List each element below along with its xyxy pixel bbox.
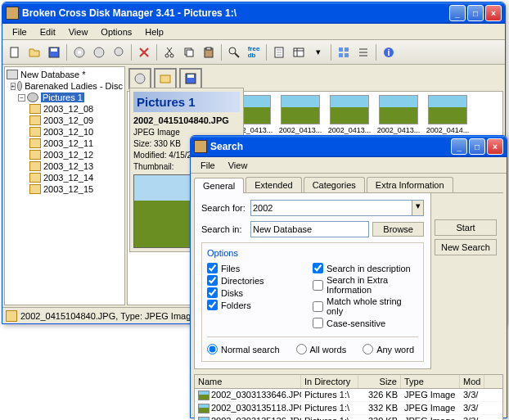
search-close-button[interactable]: × [487, 138, 503, 155]
maximize-button[interactable]: □ [467, 5, 484, 21]
thumbnail-item[interactable]: 2002_0414... [426, 95, 470, 141]
tree-disk-label[interactable]: Barenaked Ladies - Disc [25, 81, 123, 91]
col-modified[interactable]: Mod [460, 375, 484, 388]
thumbnail-item[interactable]: 2002_0413... [327, 95, 372, 141]
info-filename: 2002_0415104840.JPG [133, 115, 229, 125]
result-row[interactable]: 2002_0303135126.JPGPictures 1:\330 KBJPE… [195, 415, 502, 420]
tree-folder-label[interactable]: 2003_12_15 [43, 184, 93, 194]
option-checkbox[interactable] [313, 301, 323, 312]
tb-report-icon[interactable] [270, 43, 288, 61]
tree-folder-label[interactable]: 2003_12_08 [43, 104, 93, 114]
col-size[interactable]: Size [358, 375, 401, 388]
tree-folder-label[interactable]: 2003_12_11 [43, 138, 93, 148]
menu-options[interactable]: Options [94, 25, 138, 38]
browse-button[interactable]: Browse [372, 222, 424, 237]
svg-point-13 [229, 47, 236, 54]
col-type[interactable]: Type [401, 375, 460, 388]
scan-disk-button[interactable] [128, 68, 151, 89]
menu-edit[interactable]: Edit [34, 25, 62, 38]
results-list[interactable]: Name In Directory Size Type Mod 2002_030… [194, 374, 503, 420]
start-button[interactable]: Start [435, 219, 497, 236]
save-db-button[interactable] [179, 68, 202, 89]
tb-disk-folder-icon[interactable] [110, 43, 128, 61]
search-for-input[interactable] [250, 200, 412, 216]
search-mode-radio[interactable] [207, 344, 218, 355]
tb-chart-icon[interactable]: ▾ [309, 43, 327, 61]
search-titlebar[interactable]: Search _ □ × [191, 136, 507, 157]
tree-expand-icon[interactable]: + [11, 83, 16, 90]
tree-folder-label[interactable]: 2003_12_12 [43, 150, 93, 160]
svg-point-4 [78, 51, 81, 54]
tb-delete-icon[interactable] [135, 43, 153, 61]
tb-new-icon[interactable] [6, 43, 24, 61]
tb-disk-add-icon[interactable] [70, 43, 88, 61]
tree-collapse-icon[interactable]: − [18, 94, 25, 102]
option-checkbox[interactable] [313, 263, 323, 273]
tb-list-icon[interactable] [290, 43, 308, 61]
svg-point-7 [165, 54, 169, 57]
search-menu-view[interactable]: View [222, 159, 254, 172]
tree-root-label[interactable]: New Database * [20, 70, 86, 79]
checkbox-label: Directories [221, 276, 264, 286]
tab-extended[interactable]: Extended [245, 177, 301, 192]
tb-info-icon[interactable]: i [380, 43, 398, 61]
folder-tree[interactable]: New Database * +Barenaked Ladies - Disc … [4, 66, 125, 305]
option-checkbox[interactable] [313, 318, 323, 328]
menu-view[interactable]: View [62, 25, 95, 38]
result-row[interactable]: 2002_0303135118.JPGPictures 1:\332 KBJPE… [195, 402, 502, 415]
result-thumb-icon [198, 417, 209, 420]
col-name[interactable]: Name [195, 375, 301, 388]
search-app-icon [194, 140, 207, 153]
filter-checkbox[interactable] [207, 275, 218, 286]
tree-folder-label[interactable]: 2003_12_13 [43, 161, 93, 171]
svg-rect-2 [51, 48, 57, 52]
tab-extra-info[interactable]: Extra Information [367, 177, 453, 192]
result-thumb-icon [198, 404, 209, 413]
thumbnail-label: 2002_0413... [377, 126, 421, 134]
tb-cut-icon[interactable] [160, 43, 178, 61]
tb-open-icon[interactable] [25, 43, 43, 61]
search-dropdown-icon[interactable]: ▾ [412, 200, 424, 216]
tree-folder-label[interactable]: 2003_12_09 [43, 115, 93, 125]
col-directory[interactable]: In Directory [301, 375, 358, 388]
tree-selected-label[interactable]: Pictures 1 [41, 93, 84, 102]
folder-icon [29, 104, 41, 114]
svg-rect-12 [206, 47, 211, 50]
search-mode-radio[interactable] [296, 344, 307, 355]
minimize-button[interactable]: _ [449, 5, 466, 21]
search-maximize-button[interactable]: □ [469, 138, 485, 155]
tb-copy-icon[interactable] [180, 43, 198, 61]
thumbnail-item[interactable]: 2002_0413... [278, 95, 322, 141]
search-menu-file[interactable]: File [194, 159, 222, 172]
option-checkbox[interactable] [313, 280, 323, 291]
tab-categories[interactable]: Categories [304, 177, 365, 192]
tb-freedb-icon[interactable]: freedb [245, 43, 263, 61]
scan-folder-button[interactable] [154, 68, 177, 89]
new-search-button[interactable]: New Search [435, 239, 497, 255]
search-in-input[interactable] [250, 221, 369, 237]
search-minimize-button[interactable]: _ [451, 138, 467, 155]
search-mode-radio[interactable] [363, 344, 373, 355]
thumbnail-image [330, 95, 369, 124]
filter-checkbox[interactable] [207, 287, 218, 298]
tree-folder-label[interactable]: 2003_12_10 [43, 127, 93, 137]
tree-folder-label[interactable]: 2003_12_14 [43, 173, 93, 183]
menu-file[interactable]: File [6, 25, 34, 38]
menu-help[interactable]: Help [138, 25, 170, 38]
tb-search-icon[interactable] [225, 43, 243, 61]
filter-checkbox[interactable] [207, 300, 218, 310]
checkbox-label: Match whole string only [327, 296, 418, 316]
thumbnail-label: 2002_0413... [279, 126, 322, 134]
tb-paste-icon[interactable] [200, 43, 218, 61]
tb-view-icon[interactable] [335, 43, 353, 61]
main-titlebar[interactable]: Broken Cross Disk Manager 3.41 - Picture… [2, 2, 505, 24]
thumbnail-item[interactable]: 2002_0413... [376, 95, 421, 141]
filter-checkbox[interactable] [207, 263, 218, 273]
tab-general[interactable]: General [194, 178, 244, 193]
tb-save-icon[interactable] [45, 43, 63, 61]
result-row[interactable]: 2002_0303133646.JPGPictures 1:\326 KBJPE… [195, 389, 502, 402]
folder-icon [29, 184, 41, 194]
tb-disk-edit-icon[interactable] [90, 43, 108, 61]
tb-details-icon[interactable] [354, 43, 372, 61]
close-button[interactable]: × [485, 5, 502, 21]
